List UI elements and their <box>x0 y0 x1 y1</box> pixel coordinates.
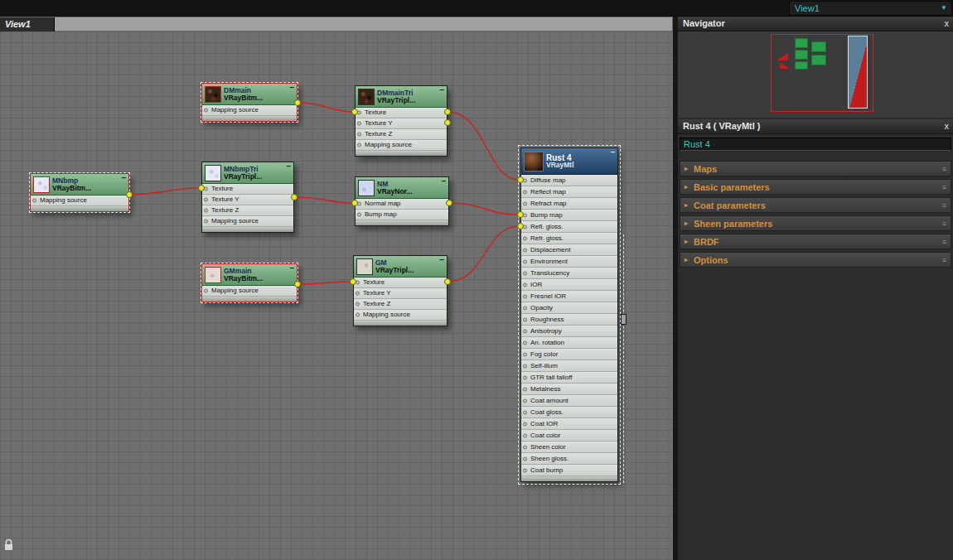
close-icon[interactable]: x <box>944 17 949 31</box>
collapse-icon[interactable]: – <box>121 173 126 182</box>
rollout-brdf[interactable]: ▸ BRDF ≡ <box>680 234 951 249</box>
node-header[interactable]: DMmainTri VRayTripl... – <box>356 86 447 108</box>
input-socket[interactable] <box>523 271 527 275</box>
rollout-maps[interactable]: ▸ Maps ≡ <box>680 161 951 176</box>
input-socket[interactable] <box>523 433 527 437</box>
node-slot[interactable]: Coat amount <box>521 395 617 407</box>
node-header[interactable]: MNbmpTri VRayTripl... – <box>202 162 293 184</box>
input-socket[interactable] <box>357 122 361 126</box>
input-socket[interactable] <box>523 329 527 333</box>
node-slot[interactable]: Bump map <box>356 210 448 220</box>
input-socket[interactable] <box>523 236 527 240</box>
node-graph-canvas[interactable]: DMmain VRayBitm... – Mapping source DMma… <box>0 31 673 560</box>
collapse-icon[interactable]: – <box>439 85 444 94</box>
node-slot[interactable]: Texture Z <box>354 299 447 310</box>
input-socket[interactable] <box>523 456 527 461</box>
node-slot[interactable]: Displacement <box>521 244 617 256</box>
collapse-icon[interactable]: – <box>289 263 294 273</box>
material-properties-header[interactable]: Rust 4 ( VRayMtl ) x <box>678 119 953 134</box>
node-slot[interactable]: Coat bump <box>521 465 617 476</box>
navigator-minimap[interactable] <box>771 34 873 112</box>
input-socket[interactable] <box>523 375 527 379</box>
rollout-pin-icon[interactable]: ≡ <box>942 180 946 195</box>
node-rust4[interactable]: Rust 4 VRayMtl – Diffuse map Reflect map… <box>520 147 618 482</box>
input-socket[interactable] <box>356 281 360 285</box>
node-nm[interactable]: NM VRayNor... – Normal map Bump map <box>355 176 449 226</box>
node-header[interactable]: NM VRayNor... – <box>356 177 448 199</box>
input-socket[interactable] <box>356 292 360 296</box>
wire[interactable] <box>447 226 519 282</box>
node-slot[interactable]: Diffuse map <box>521 175 617 186</box>
input-socket[interactable] <box>357 202 361 206</box>
node-gm[interactable]: GM VRayTripl... – Texture Texture Y Text… <box>353 255 447 326</box>
collapse-icon[interactable]: – <box>610 147 615 157</box>
input-socket[interactable] <box>523 352 527 356</box>
rollout-pin-icon[interactable]: ≡ <box>942 216 946 231</box>
node-slot[interactable]: Fog color <box>521 349 617 360</box>
material-name-field[interactable] <box>680 138 951 151</box>
node-slot[interactable]: Texture <box>354 278 447 288</box>
node-header[interactable]: GM VRayTripl... – <box>354 256 447 278</box>
input-socket[interactable] <box>204 198 208 202</box>
input-socket[interactable] <box>32 199 36 203</box>
input-socket[interactable] <box>204 220 208 224</box>
input-socket[interactable] <box>356 313 360 317</box>
input-socket[interactable] <box>523 445 527 449</box>
node-slot[interactable]: Coat color <box>521 430 617 442</box>
node-slot[interactable]: GTR tail falloff <box>521 372 617 384</box>
input-socket[interactable] <box>523 410 527 414</box>
node-slot[interactable]: Mapping source <box>202 286 297 297</box>
node-slot[interactable]: Mapping source <box>202 216 293 227</box>
node-header[interactable]: DMmain VRayBitm... – <box>202 84 297 105</box>
input-socket[interactable] <box>204 209 208 213</box>
input-socket[interactable] <box>523 201 527 205</box>
input-socket[interactable] <box>356 302 360 307</box>
node-slot[interactable]: Coat IOR <box>521 418 617 430</box>
input-socket[interactable] <box>204 187 208 191</box>
node-slot[interactable]: Opacity <box>521 302 617 314</box>
node-slot[interactable]: Refl. gloss. <box>521 221 617 233</box>
node-slot-scroll-track[interactable] <box>623 234 624 483</box>
node-slot[interactable]: Texture <box>356 108 447 118</box>
node-slot[interactable]: Sheen color <box>521 442 617 453</box>
input-socket[interactable] <box>523 340 527 345</box>
node-slot[interactable]: Coat gloss. <box>521 407 617 418</box>
input-socket[interactable] <box>523 224 527 229</box>
node-slot[interactable]: Refract map <box>521 198 617 210</box>
rollout-pin-icon[interactable]: ≡ <box>942 162 946 176</box>
wire[interactable] <box>294 197 351 203</box>
input-socket[interactable] <box>523 259 527 263</box>
input-socket[interactable] <box>523 306 527 310</box>
node-slot[interactable]: IOR <box>521 279 617 291</box>
node-slot[interactable]: Fresnel IOR <box>521 291 617 302</box>
rollout-pin-icon[interactable]: ≡ <box>942 234 946 249</box>
wire[interactable] <box>298 103 353 112</box>
navigator-header[interactable]: Navigator x <box>678 17 953 31</box>
node-slot[interactable]: Anisotropy <box>521 326 617 337</box>
node-slot[interactable]: Refr. gloss. <box>521 233 617 244</box>
node-slot[interactable]: Texture Y <box>356 118 447 129</box>
wire[interactable] <box>129 188 200 195</box>
input-socket[interactable] <box>357 111 361 115</box>
input-socket[interactable] <box>523 317 527 321</box>
close-icon[interactable]: x <box>944 119 949 133</box>
node-slot[interactable]: Bump map <box>521 210 617 221</box>
input-socket[interactable] <box>523 387 527 391</box>
input-socket[interactable] <box>523 468 527 472</box>
node-slot[interactable]: Texture Y <box>202 195 293 205</box>
wire[interactable] <box>447 112 519 180</box>
node-slot[interactable]: Mapping source <box>202 105 297 116</box>
rollout-pin-icon[interactable]: ≡ <box>942 198 946 213</box>
node-slot[interactable]: Mapping source <box>354 310 447 321</box>
input-socket[interactable] <box>204 289 208 293</box>
wire[interactable] <box>298 282 351 284</box>
input-socket[interactable] <box>523 282 527 287</box>
input-socket[interactable] <box>357 143 361 147</box>
node-slot[interactable]: Environment <box>521 256 617 268</box>
node-slot[interactable]: Normal map <box>356 199 448 210</box>
node-slot[interactable]: Sheen gloss. <box>521 453 617 465</box>
node-slot[interactable]: Reflect map <box>521 186 617 198</box>
rollout-basic-parameters[interactable]: ▸ Basic parameters ≡ <box>680 179 951 195</box>
input-socket[interactable] <box>523 213 527 217</box>
wire[interactable] <box>449 203 519 215</box>
